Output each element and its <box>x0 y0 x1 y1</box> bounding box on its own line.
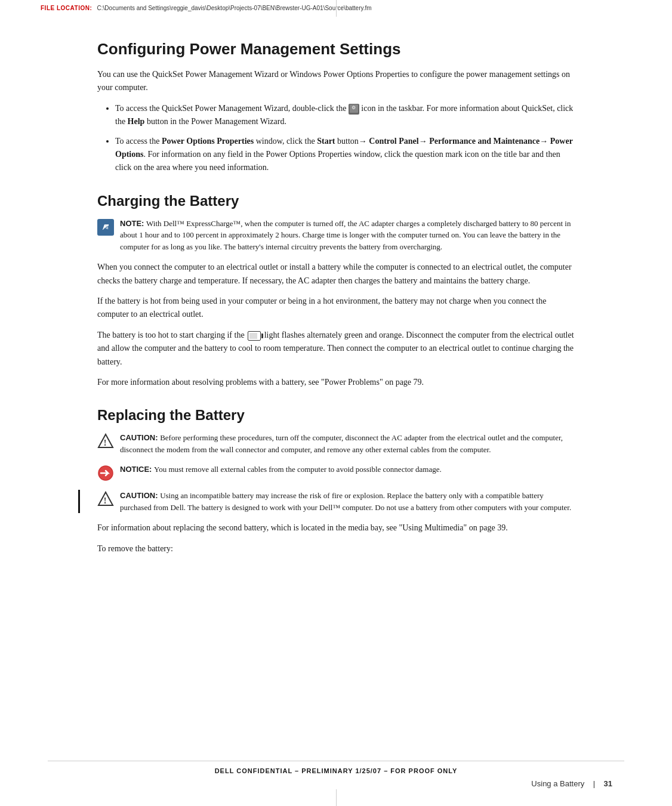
notice-icon <box>97 465 114 481</box>
replacing-notice-text: NOTICE: You must remove all external cab… <box>120 464 442 475</box>
svg-text:!: ! <box>104 496 107 505</box>
caution2-icon: ! <box>97 491 114 508</box>
bottom-divider-line <box>336 789 337 806</box>
caution1-content: Before performing these procedures, turn… <box>120 433 563 454</box>
replacing-para-1: For information about replacing the seco… <box>97 521 575 535</box>
footer-confidential-text: DELL CONFIDENTIAL – PRELIMINARY 1/25/07 … <box>0 767 672 774</box>
quickset-icon: ⚙ <box>349 104 359 115</box>
replacing-caution2-box: ! CAUTION: Using an incompatible battery… <box>97 490 575 513</box>
file-location-label: FILE LOCATION: <box>41 5 92 11</box>
page-footer: DELL CONFIDENTIAL – PRELIMINARY 1/25/07 … <box>0 755 672 788</box>
charging-note-text: NOTE: With Dell™ ExpressCharge™, when th… <box>120 218 575 253</box>
section-title-replacing: Replacing the Battery <box>97 407 575 424</box>
caution2-content: Using an incompatible battery may increa… <box>120 491 571 512</box>
svg-text:✎: ✎ <box>103 224 109 231</box>
footer-separator <box>48 761 624 761</box>
replacing-para-2: To remove the battery: <box>97 542 575 555</box>
notice-label: NOTICE: <box>120 465 154 474</box>
footer-page-number: 31 <box>604 779 612 788</box>
section-title-configuring: Configuring Power Management Settings <box>97 40 575 58</box>
replacing-caution1-box: ! CAUTION: Before performing these proce… <box>97 432 575 455</box>
main-content: Configuring Power Management Settings Yo… <box>38 16 634 598</box>
configuring-bullets: To access the QuickSet Power Management … <box>115 102 575 175</box>
charging-para-3: The battery is too hot to start charging… <box>97 329 575 369</box>
replacing-caution1-text: CAUTION: Before performing these procedu… <box>120 432 575 455</box>
configuring-intro: You can use the QuickSet Power Managemen… <box>97 68 575 95</box>
footer-page-info: Using a Battery | 31 <box>0 779 672 788</box>
file-location-path: C:\Documents and Settings\reggie_davis\D… <box>97 5 372 11</box>
top-divider-line <box>336 0 337 17</box>
bullet-text-1a: To access the QuickSet Power Management … <box>115 104 349 113</box>
svg-text:!: ! <box>104 438 107 447</box>
left-margin-mark <box>78 490 80 513</box>
bullet-text-2: To access the Power Options Properties w… <box>115 137 573 172</box>
note-pencil-icon: ✎ <box>97 219 114 236</box>
caution2-label: CAUTION: <box>120 491 160 500</box>
replacing-caution2-text: CAUTION: Using an incompatible battery m… <box>120 490 575 513</box>
charging-note-label: NOTE: <box>120 219 146 228</box>
charging-para-1: When you connect the computer to an elec… <box>97 261 575 288</box>
bullet-power-options: To access the Power Options Properties w… <box>115 135 575 175</box>
caution1-icon: ! <box>97 433 114 450</box>
page: FILE LOCATION: C:\Documents and Settings… <box>0 0 672 806</box>
replacing-notice-box: NOTICE: You must remove all external cab… <box>97 464 575 481</box>
charging-para-2: If the battery is hot from being used in… <box>97 295 575 322</box>
footer-using-battery: Using a Battery <box>531 779 584 788</box>
section-title-charging: Charging the Battery <box>97 193 575 209</box>
footer-separator-char: | <box>593 779 595 788</box>
battery-icon-inline <box>248 331 261 341</box>
charging-note-content: With Dell™ ExpressCharge™, when the comp… <box>120 219 571 251</box>
bullet-quickset: To access the QuickSet Power Management … <box>115 102 575 129</box>
charging-para-4: For more information about resolving pro… <box>97 376 575 389</box>
charging-note-box: ✎ NOTE: With Dell™ ExpressCharge™, when … <box>97 218 575 253</box>
notice-content: You must remove all external cables from… <box>154 465 442 474</box>
caution1-label: CAUTION: <box>120 433 160 442</box>
caution2-wrapper: ! CAUTION: Using an incompatible battery… <box>97 490 575 513</box>
